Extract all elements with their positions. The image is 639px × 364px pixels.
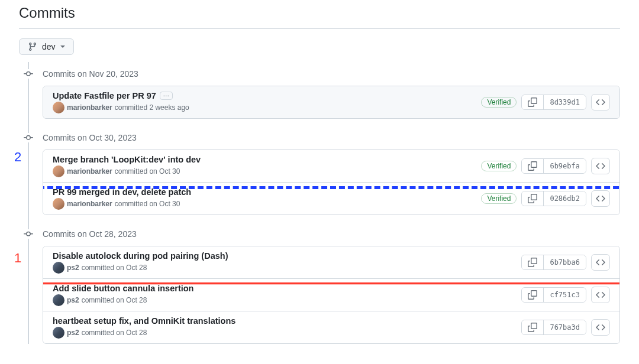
annotation-label-2: 2	[14, 150, 21, 165]
caret-down-icon	[60, 46, 65, 48]
browse-code-button[interactable]	[591, 287, 610, 303]
copy-sha-button[interactable]	[522, 320, 544, 334]
browse-code-button[interactable]	[591, 190, 610, 207]
commit-time: committed on Oct 30	[115, 200, 180, 208]
author-link[interactable]: marionbarker	[67, 200, 112, 208]
avatar[interactable]	[53, 198, 64, 210]
verified-badge[interactable]: Verified	[481, 161, 517, 171]
page-title: Commits	[19, 0, 620, 29]
avatar[interactable]	[53, 262, 64, 274]
verified-badge[interactable]: Verified	[481, 193, 517, 204]
copy-sha-button[interactable]	[522, 255, 544, 269]
sha-group: 8d339d1	[521, 95, 586, 110]
commit-title[interactable]: Merge branch 'LoopKit:dev' into dev	[53, 155, 201, 164]
browse-code-button[interactable]	[591, 254, 610, 271]
sha-group: 767ba3d	[521, 320, 586, 335]
commit-time: committed 2 weeks ago	[115, 103, 189, 112]
commit-item: Merge branch 'LoopKit:dev' into dev mari…	[43, 150, 619, 182]
sha-link[interactable]: cf751c3	[544, 288, 586, 302]
commit-title[interactable]: heartbeat setup fix, and OmniKit transla…	[53, 316, 235, 326]
copy-sha-button[interactable]	[522, 191, 544, 206]
commit-item: heartbeat setup fix, and OmniKit transla…	[43, 311, 619, 343]
sha-group: cf751c3	[521, 287, 586, 303]
author-link[interactable]: ps2	[67, 329, 79, 337]
sha-group: 0286db2	[521, 191, 586, 206]
avatar[interactable]	[53, 165, 64, 177]
commit-time: committed on Oct 28	[82, 264, 147, 272]
commit-node-icon	[24, 69, 33, 79]
sha-link[interactable]: 767ba3d	[544, 320, 586, 334]
browse-code-button[interactable]	[591, 158, 610, 174]
sha-group: 6b9ebfa	[521, 158, 586, 174]
commit-node-icon	[24, 229, 33, 239]
avatar[interactable]	[53, 294, 64, 306]
timeline: Commits on Nov 20, 2023 Update Fastfile …	[19, 67, 620, 344]
commit-item: Update Fastfile per PR 97 … marionbarker…	[43, 86, 619, 118]
date-label: Commits on Nov 20, 2023	[43, 69, 138, 79]
copy-sha-button[interactable]	[522, 95, 544, 109]
browse-code-button[interactable]	[591, 94, 610, 110]
commit-item: PR 99 merged in dev, delete patch marion…	[43, 182, 619, 214]
copy-sha-button[interactable]	[522, 288, 544, 302]
commit-time: committed on Oct 28	[82, 296, 147, 304]
verified-badge[interactable]: Verified	[481, 97, 517, 108]
author-link[interactable]: ps2	[67, 296, 79, 304]
annotation-label-1: 1	[14, 251, 21, 266]
branch-name: dev	[42, 42, 56, 51]
commit-item: Add slide button cannula insertion ps2 c…	[43, 278, 619, 311]
avatar[interactable]	[53, 102, 64, 113]
commit-title[interactable]: Update Fastfile per PR 97	[53, 91, 156, 100]
browse-code-button[interactable]	[591, 319, 610, 336]
avatar[interactable]	[53, 327, 64, 339]
sha-link[interactable]: 8d339d1	[544, 95, 586, 109]
ellipsis-button[interactable]: …	[160, 92, 173, 100]
commit-title[interactable]: Add slide button cannula insertion	[53, 284, 193, 293]
commit-node-icon	[24, 133, 33, 142]
author-link[interactable]: ps2	[67, 264, 79, 272]
branch-selector[interactable]: dev	[19, 38, 74, 55]
date-label: Commits on Oct 28, 2023	[43, 229, 137, 239]
branch-icon	[28, 42, 37, 51]
date-label: Commits on Oct 30, 2023	[43, 133, 137, 142]
commit-title[interactable]: PR 99 merged in dev, delete patch	[53, 187, 191, 197]
commit-time: committed on Oct 28	[82, 329, 147, 337]
commit-title[interactable]: Disable autolock during pod pairing (Das…	[53, 251, 228, 261]
author-link[interactable]: marionbarker	[67, 167, 112, 176]
copy-sha-button[interactable]	[522, 159, 544, 173]
commit-time: committed on Oct 30	[115, 167, 180, 176]
commit-item: Disable autolock during pod pairing (Das…	[43, 246, 619, 278]
author-link[interactable]: marionbarker	[67, 103, 112, 112]
sha-link[interactable]: 6b9ebfa	[544, 159, 586, 173]
sha-link[interactable]: 6b7bba6	[544, 255, 586, 269]
sha-group: 6b7bba6	[521, 255, 586, 270]
sha-link[interactable]: 0286db2	[544, 191, 586, 206]
